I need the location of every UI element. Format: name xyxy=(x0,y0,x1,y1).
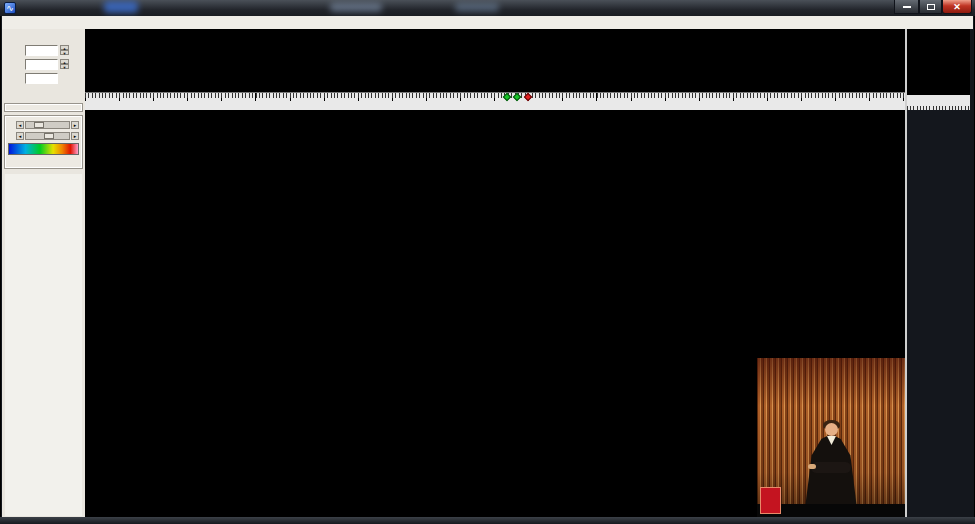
slider-thumb[interactable] xyxy=(34,122,44,128)
app-icon: ∿ xyxy=(4,2,16,14)
window-bottom-border xyxy=(0,517,975,524)
color-palette-bar xyxy=(8,143,79,155)
waveform-display xyxy=(907,110,970,517)
palette-scale xyxy=(8,156,79,165)
max-spinner[interactable]: ▲▼ xyxy=(60,59,69,69)
desktop-blur xyxy=(104,1,138,13)
minimize-button[interactable] xyxy=(894,0,919,14)
title-bar[interactable]: ∿ ✕ xyxy=(0,0,975,16)
frequency-ruler[interactable] xyxy=(85,92,905,110)
max-frequency-field: ▲▼ xyxy=(4,57,83,71)
analyzer-main-area xyxy=(85,29,905,517)
album-cover-overlay xyxy=(757,358,905,517)
marker-diamond-red-icon[interactable] xyxy=(524,93,532,101)
color-palette-group: ◂ ▸ ◂ ▸ xyxy=(5,116,82,168)
frequency-nudge-buttons xyxy=(4,87,83,99)
spectrum-graph-wide-band[interactable] xyxy=(512,29,905,92)
slider-right-icon[interactable]: ▸ xyxy=(71,132,79,140)
amplitude-ruler xyxy=(907,95,970,110)
minimize-icon xyxy=(903,6,911,8)
organist-figure xyxy=(796,420,866,517)
app-window: ∿ ✕ ▲▼ ▲▼ ▲▼ xyxy=(0,0,975,524)
contrast-slider[interactable] xyxy=(25,132,70,140)
slider-left-icon[interactable]: ◂ xyxy=(16,121,24,129)
brightness-slider-row: ◂ ▸ xyxy=(8,120,79,130)
waterfall-area xyxy=(85,110,905,517)
sidebar-empty-area xyxy=(5,174,82,516)
slider-left-icon[interactable]: ◂ xyxy=(16,132,24,140)
maximize-icon xyxy=(927,4,935,10)
marker-diamond-green-icon[interactable] xyxy=(503,93,511,101)
record-label-logo xyxy=(760,487,781,514)
close-icon: ✕ xyxy=(953,2,961,12)
max-input[interactable] xyxy=(25,59,58,70)
spin-down-icon[interactable]: ▼ xyxy=(60,50,69,55)
brightness-slider[interactable] xyxy=(25,121,70,129)
figure-arms xyxy=(811,462,851,473)
menu-bar xyxy=(2,16,973,29)
figure-face xyxy=(825,423,838,436)
spectrum-graph-low-band[interactable] xyxy=(85,29,512,92)
close-button[interactable]: ✕ xyxy=(942,0,972,14)
desktop-blur xyxy=(455,3,499,12)
figure-hand xyxy=(808,464,816,469)
contrast-slider-row: ◂ ▸ xyxy=(8,131,79,141)
min-spinner[interactable]: ▲▼ xyxy=(60,45,69,55)
slider-thumb[interactable] xyxy=(44,133,54,139)
min-frequency-field: ▲▼ xyxy=(4,43,83,57)
amplitude-panel-header xyxy=(907,29,970,95)
control-sidebar: ▲▼ ▲▼ ▲▼ ◂ ▸ xyxy=(2,29,85,517)
desktop-blur xyxy=(330,3,382,12)
window-controls: ✕ xyxy=(894,0,972,14)
cursor-readout-group xyxy=(5,104,82,111)
spin-down-icon[interactable]: ▼ xyxy=(60,64,69,69)
min-input[interactable] xyxy=(25,45,58,56)
maximize-button[interactable] xyxy=(919,0,942,14)
amplitude-panel xyxy=(907,29,970,517)
offset-frequency-field: ▲▼ xyxy=(4,71,83,85)
offs-input[interactable] xyxy=(25,73,58,84)
marker-diamond-green-icon[interactable] xyxy=(513,93,521,101)
slider-right-icon[interactable]: ▸ xyxy=(71,121,79,129)
freq-time-rdf-tabs xyxy=(4,30,83,41)
